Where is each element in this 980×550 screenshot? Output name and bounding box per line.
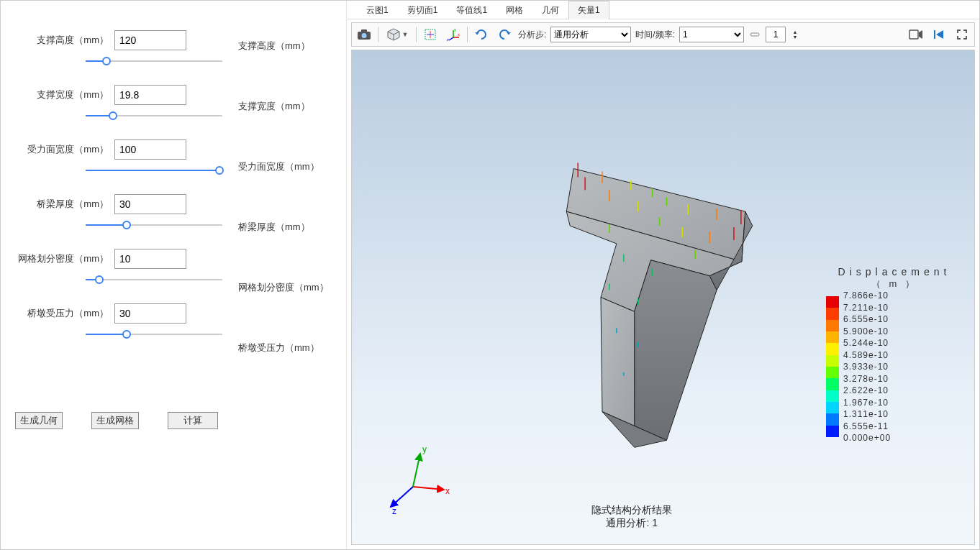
viewport-3d[interactable]: x y z 隐式结构分析结果 通用分析: 1 Displacement （ m … — [351, 50, 975, 545]
svg-marker-24 — [635, 260, 717, 441]
param-label: 桥墩受压力（mm） — [15, 307, 109, 320]
param-label: 网格划分密度（mm） — [15, 252, 109, 265]
legend-value: 0.000e+00 — [843, 433, 891, 443]
param-3: 桥梁厚度（mm） — [15, 193, 224, 231]
svg-rect-1 — [361, 29, 367, 32]
tab-1[interactable]: 剪切面1 — [398, 1, 448, 19]
frame-number-input[interactable] — [766, 27, 786, 42]
param-5: 桥墩受压力（mm） — [15, 303, 224, 340]
generate-mesh-button[interactable]: 生成网格 — [91, 412, 139, 429]
param-1: 支撑宽度（mm） — [15, 84, 224, 122]
svg-marker-15 — [507, 32, 511, 35]
time-freq-label: 时间/频率: — [635, 29, 675, 41]
expand-icon[interactable] — [953, 25, 971, 44]
link-icon[interactable] — [748, 25, 761, 44]
svg-rect-17 — [909, 30, 918, 39]
param-slider[interactable] — [86, 219, 222, 231]
spin-up-down-icon[interactable]: ▲▼ — [790, 25, 800, 44]
param-readonly-label: 桥梁厚度（mm） — [238, 216, 339, 238]
viewport-toolbar: ▼ x y z 分析步: 通用分析 — [351, 22, 975, 47]
svg-rect-19 — [934, 30, 935, 39]
svg-text:z: z — [392, 506, 396, 515]
legend-value: 6.555e-11 — [843, 421, 891, 431]
svg-line-53 — [413, 454, 420, 487]
param-slider[interactable] — [86, 55, 222, 67]
compute-button[interactable]: 计算 — [168, 412, 218, 429]
svg-text:z: z — [447, 37, 449, 42]
tab-0[interactable]: 云图1 — [357, 1, 398, 19]
tab-5[interactable]: 矢量1 — [568, 1, 609, 19]
axis-triad-icon[interactable]: x y z — [444, 25, 463, 44]
svg-line-55 — [391, 487, 413, 507]
param-readonly-label: 受力面宽度（mm） — [238, 156, 339, 178]
tab-2[interactable]: 等值线1 — [447, 1, 496, 19]
svg-text:x: x — [445, 486, 450, 496]
fit-view-icon[interactable] — [421, 25, 440, 44]
svg-text:y: y — [454, 27, 456, 32]
tab-4[interactable]: 几何 — [532, 1, 568, 19]
skip-start-icon[interactable] — [930, 25, 948, 44]
analysis-step-select[interactable]: 通用分析 — [550, 27, 631, 42]
param-readonly-label: 网格划分密度（mm） — [238, 277, 339, 298]
param-2: 受力面宽度（mm） — [15, 139, 224, 176]
analysis-step-label: 分析步: — [518, 29, 546, 41]
param-0: 支撑高度（mm） — [15, 29, 224, 67]
time-freq-select[interactable]: 1 — [679, 27, 744, 42]
svg-marker-18 — [919, 30, 922, 39]
svg-text:y: y — [422, 444, 427, 454]
legend-value: 5.900e-10 — [843, 326, 891, 336]
axis-gizmo: x y z — [381, 444, 453, 515]
svg-line-51 — [413, 487, 444, 490]
param-label: 受力面宽度（mm） — [15, 143, 109, 156]
camera-record-icon[interactable] — [907, 25, 925, 44]
svg-text:x: x — [458, 32, 460, 37]
legend-value: 4.589e-10 — [843, 350, 891, 360]
rotate-ccw-icon[interactable] — [495, 25, 514, 44]
param-label: 支撑宽度（mm） — [15, 88, 109, 101]
param-slider[interactable] — [86, 329, 222, 340]
left-panel: 支撑高度（mm）支撑宽度（mm）受力面宽度（mm）桥梁厚度（mm）网格划分密度（… — [1, 1, 346, 549]
param-input[interactable] — [114, 249, 186, 269]
app-root: 支撑高度（mm）支撑宽度（mm）受力面宽度（mm）桥梁厚度（mm）网格划分密度（… — [0, 0, 980, 550]
svg-marker-25 — [601, 298, 635, 426]
svg-marker-20 — [936, 30, 943, 39]
param-label: 支撑高度（mm） — [15, 34, 109, 47]
param-readonly-label: 支撑高度（mm） — [238, 35, 339, 57]
param-slider[interactable] — [86, 274, 222, 285]
legend-value: 2.622e-10 — [843, 385, 891, 395]
generate-geometry-button[interactable]: 生成几何 — [15, 412, 63, 429]
legend-value: 6.555e-10 — [843, 314, 891, 324]
legend-value: 7.866e-10 — [843, 290, 891, 301]
right-panel: 云图1剪切面1等值线1网格几何矢量1 ▼ x y z — [346, 1, 979, 549]
param-input[interactable] — [114, 30, 186, 50]
color-legend: Displacement （ m ） 7.866e-107.211e-106.5… — [826, 266, 963, 443]
param-input[interactable] — [114, 139, 186, 160]
param-readonly-label: 桥墩受压力（mm） — [238, 337, 339, 359]
param-input[interactable] — [114, 85, 186, 105]
param-slider[interactable] — [86, 165, 222, 176]
svg-rect-16 — [750, 33, 759, 36]
param-input[interactable] — [114, 194, 186, 214]
svg-point-2 — [362, 33, 367, 38]
camera-icon[interactable] — [355, 25, 373, 44]
param-input[interactable] — [114, 303, 186, 324]
svg-marker-14 — [475, 32, 479, 35]
legend-value: 3.933e-10 — [843, 362, 891, 372]
rotate-cw-icon[interactable] — [472, 25, 491, 44]
legend-value: 5.244e-10 — [843, 338, 891, 348]
svg-line-12 — [449, 37, 453, 40]
cube-view-icon[interactable]: ▼ — [383, 25, 412, 44]
param-label: 桥梁厚度（mm） — [15, 198, 109, 211]
action-buttons: 生成几何 生成网格 计算 — [15, 412, 339, 429]
legend-value: 7.211e-10 — [843, 303, 891, 313]
tab-bar: 云图1剪切面1等值线1网格几何矢量1 — [347, 1, 979, 19]
viewport-caption: 隐式结构分析结果 通用分析: 1 — [591, 504, 672, 530]
param-readonly-label: 支撑宽度（mm） — [238, 96, 339, 117]
param-slider[interactable] — [86, 110, 222, 122]
param-4: 网格划分密度（mm） — [15, 248, 224, 285]
legend-value: 1.967e-10 — [843, 398, 891, 408]
legend-value: 3.278e-10 — [843, 374, 891, 384]
legend-value: 1.311e-10 — [843, 409, 891, 419]
tab-3[interactable]: 网格 — [496, 1, 532, 19]
